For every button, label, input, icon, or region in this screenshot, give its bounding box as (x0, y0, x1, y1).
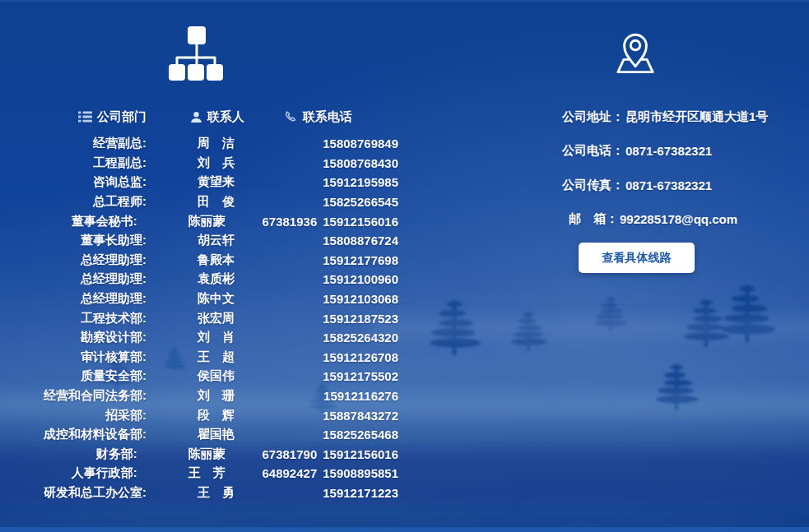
table-row: 董事会秘书: 陈丽蒙 67381936 15912156016 (0, 211, 398, 231)
mobile-number: 15912156016 (323, 447, 398, 461)
phone-cell: 67381790 15912156016 (262, 447, 398, 461)
mobile-number: 15912116276 (323, 389, 398, 403)
mobile-number: 15825265468 (323, 428, 398, 442)
header-department-label: 公司部门 (97, 109, 146, 125)
department-label: 总经理助理: (0, 252, 146, 268)
mobile-number: 15912126708 (323, 350, 398, 364)
landline-number: 67381936 (262, 215, 317, 229)
company-info: 公司地址： 昆明市经开区顺通大道1号 公司电话： 0871-67382321 公… (562, 108, 801, 244)
map-pin-icon (609, 20, 662, 86)
contact-table: 公司部门 联系人 联系电话 (0, 108, 398, 502)
phone-cell: 15808876724 (277, 234, 398, 247)
company-address-value: 昆明市经开区顺通大道1号 (625, 109, 768, 125)
department-label: 董事长助理: (0, 233, 146, 248)
mobile-number: 15908895851 (323, 466, 398, 480)
contact-name: 瞿国艳 (198, 427, 277, 442)
contact-table-body: 经营副总: 周 洁 15808769849 工程副总: 刘 兵 15808768… (0, 134, 398, 502)
contact-footer-section: 公司部门 联系人 联系电话 (0, 0, 809, 532)
header-department: 公司部门 (0, 108, 146, 126)
phone-cell: 15808769849 (277, 136, 398, 150)
landline-number: 67381790 (262, 447, 317, 461)
department-label: 审计核算部: (0, 349, 146, 365)
phone-cell: 15825266545 (277, 195, 398, 209)
department-label: 研发和总工办公室: (0, 485, 146, 501)
contact-name: 王 超 (198, 349, 277, 365)
phone-cell: 15825264320 (277, 331, 398, 345)
phone-cell: 15912195985 (277, 175, 398, 189)
contact-name: 田 俊 (198, 194, 277, 210)
mobile-number: 15912177698 (323, 253, 398, 267)
mobile-number: 15912187523 (323, 312, 398, 326)
contact-name: 段 辉 (198, 408, 277, 423)
table-row: 经营副总: 周 洁 15808769849 (0, 134, 398, 154)
contact-table-header: 公司部门 联系人 联系电话 (0, 108, 398, 126)
department-label: 质量安全部: (0, 368, 146, 384)
table-row: 总经理助理: 陈中文 15912103068 (0, 289, 398, 309)
contact-name: 王 勇 (198, 485, 277, 501)
contact-name: 刘 肖 (198, 330, 277, 345)
phone-cell: 67381936 15912156016 (262, 215, 398, 229)
phone-cell: 15912126708 (277, 350, 398, 364)
table-row: 工程副总: 刘 兵 15808768430 (0, 154, 398, 173)
department-label: 经营副总: (0, 136, 146, 151)
mobile-number: 15912171223 (323, 486, 398, 500)
view-route-button[interactable]: 查看具体线路 (579, 243, 695, 273)
company-fax-line: 公司传真： 0871-67382321 (562, 176, 801, 194)
mobile-number: 15825264320 (323, 331, 398, 345)
mobile-number: 15912100960 (323, 272, 398, 286)
department-label: 咨询总监: (0, 174, 146, 190)
contact-name: 袁质彬 (198, 271, 277, 287)
department-label: 总工程师: (0, 194, 146, 210)
contact-name: 刘 珊 (198, 388, 277, 404)
mobile-number: 15825266545 (323, 195, 398, 209)
department-label: 财务部: (0, 446, 137, 462)
company-phone-label: 公司电话： (562, 143, 624, 159)
department-label: 总经理助理: (0, 271, 146, 287)
phone-cell: 15912171223 (277, 486, 398, 500)
phone-icon (284, 110, 298, 124)
company-fax-label: 公司传真： (562, 178, 624, 193)
table-row: 总工程师: 田 俊 15825266545 (0, 192, 398, 212)
list-icon (78, 111, 92, 123)
table-row: 工程技术部: 张宏周 15912187523 (0, 308, 398, 328)
table-row: 经营和合同法务部: 刘 珊 15912116276 (0, 386, 398, 406)
phone-cell: 15825265468 (277, 428, 398, 442)
company-email-line: 邮 箱： 992285178@qq.com (562, 210, 801, 229)
landline-number: 64892427 (262, 466, 317, 480)
department-label: 工程副总: (0, 155, 146, 171)
phone-cell: 15912187523 (277, 312, 398, 326)
mobile-number: 15808876724 (323, 234, 398, 247)
company-phone-value: 0871-67382321 (625, 144, 712, 158)
phone-cell: 15912100960 (277, 272, 398, 286)
contact-name: 侯国伟 (198, 368, 277, 384)
contact-name: 陈丽蒙 (188, 446, 263, 462)
phone-cell: 15912103068 (277, 292, 398, 306)
user-icon (190, 111, 202, 123)
department-label: 董事会秘书: (0, 214, 137, 229)
table-row: 总经理助理: 袁质彬 15912100960 (0, 270, 398, 289)
contact-name: 胡云轩 (198, 233, 277, 248)
phone-cell: 15808768430 (277, 156, 398, 170)
company-phone-line: 公司电话： 0871-67382321 (562, 142, 801, 160)
mobile-number: 15912156016 (323, 215, 398, 229)
table-row: 成控和材料设备部: 瞿国艳 15825265468 (0, 425, 398, 445)
table-row: 咨询总监: 黄望来 15912195985 (0, 173, 398, 192)
phone-cell: 15912116276 (277, 389, 398, 403)
phone-cell: 15887843272 (277, 409, 398, 423)
contact-name: 张宏周 (198, 311, 277, 326)
header-phone: 联系电话 (284, 108, 352, 126)
table-row: 研发和总工办公室: 王 勇 15912171223 (0, 483, 398, 503)
table-row: 财务部: 陈丽蒙 67381790 15912156016 (0, 445, 398, 465)
company-fax-value: 0871-67382321 (625, 178, 712, 192)
department-label: 成控和材料设备部: (0, 427, 146, 442)
department-label: 勘察设计部: (0, 330, 146, 345)
contact-name: 王 芳 (188, 465, 263, 481)
table-row: 人事行政部: 王 芳 64892427 15908895851 (0, 464, 398, 483)
sitemap-icon (168, 25, 224, 84)
phone-cell: 15912175502 (277, 369, 398, 383)
company-address-label: 公司地址： (562, 109, 624, 125)
mobile-number: 15912195985 (323, 175, 398, 189)
contact-name: 陈中文 (198, 291, 277, 307)
mobile-number: 15808769849 (323, 136, 398, 150)
contact-name: 鲁殿本 (198, 252, 277, 268)
